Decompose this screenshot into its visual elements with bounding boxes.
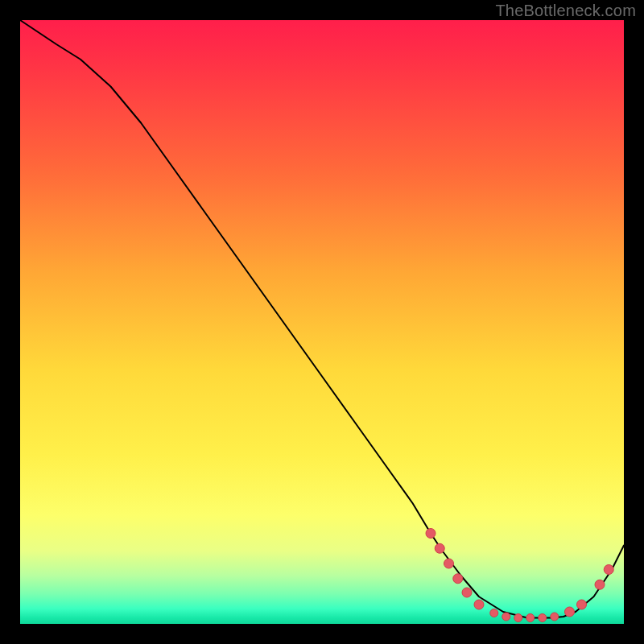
curve-marker xyxy=(462,588,472,597)
curve-marker xyxy=(474,600,484,609)
curve-marker xyxy=(604,565,613,575)
curve-marker xyxy=(453,574,463,584)
chart-frame: TheBottleneck.com xyxy=(0,0,644,644)
curve-marker xyxy=(565,607,575,617)
curve-marker xyxy=(435,543,444,553)
curve-marker xyxy=(514,614,522,622)
curve-marker xyxy=(444,559,454,568)
curve-marker xyxy=(426,529,436,539)
plot-area xyxy=(20,20,624,624)
curve-marker xyxy=(551,613,559,621)
curve-marker xyxy=(502,613,510,621)
bottleneck-curve xyxy=(20,20,624,618)
curve-marker xyxy=(526,614,535,622)
bottleneck-curve-svg xyxy=(20,20,624,624)
attribution-text: TheBottleneck.com xyxy=(495,2,636,20)
curve-marker xyxy=(595,580,605,589)
curve-marker xyxy=(490,609,498,617)
curve-marker xyxy=(539,614,547,622)
curve-marker xyxy=(577,600,587,609)
